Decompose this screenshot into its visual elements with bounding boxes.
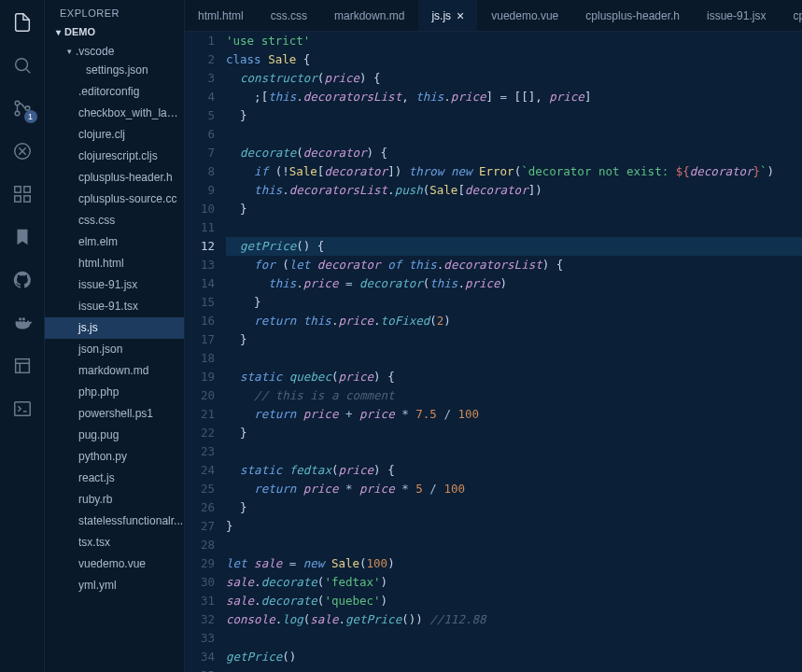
file-item[interactable]: react.js bbox=[45, 468, 184, 489]
file-item[interactable]: clojurescript.cljs bbox=[45, 146, 184, 167]
line-number[interactable]: 28 bbox=[185, 536, 215, 554]
editor-tab[interactable]: css.css bbox=[258, 0, 321, 31]
line-number[interactable]: 14 bbox=[185, 274, 215, 293]
line-number[interactable]: 7 bbox=[185, 144, 215, 162]
line-number[interactable]: 33 bbox=[185, 629, 215, 648]
source-control-icon[interactable]: 1 bbox=[9, 95, 35, 121]
file-item[interactable]: css.css bbox=[45, 210, 184, 231]
line-number[interactable]: 18 bbox=[185, 349, 215, 368]
line-number[interactable]: 25 bbox=[185, 480, 215, 498]
code-line[interactable]: } bbox=[226, 106, 802, 125]
code-line[interactable]: let sale = new Sale(100) bbox=[226, 554, 802, 573]
line-number[interactable]: 30 bbox=[185, 573, 215, 592]
code-line[interactable]: // this is a comment bbox=[226, 386, 802, 405]
file-item[interactable]: tsx.tsx bbox=[45, 532, 184, 553]
file-item[interactable]: markdown.md bbox=[45, 360, 184, 382]
line-number[interactable]: 23 bbox=[185, 442, 215, 461]
editor-tab[interactable]: cplusplus-header.h bbox=[572, 0, 694, 31]
code-line[interactable]: this.decoratorsList.push(Sale[decorator]… bbox=[226, 181, 802, 200]
close-icon[interactable]: × bbox=[457, 9, 464, 22]
code-line[interactable]: } bbox=[226, 330, 802, 349]
code-line[interactable] bbox=[226, 442, 802, 461]
code-line[interactable]: sale.decorate('fedtax') bbox=[226, 573, 802, 592]
code-line[interactable]: } bbox=[226, 498, 802, 517]
code-line[interactable]: } bbox=[226, 293, 802, 312]
line-number[interactable]: 26 bbox=[185, 498, 215, 517]
file-item[interactable]: elm.elm bbox=[45, 231, 184, 253]
code-line[interactable] bbox=[226, 125, 802, 144]
code-line[interactable]: if (!Sale[decorator]) throw new Error(`d… bbox=[226, 162, 802, 181]
files-icon[interactable] bbox=[9, 9, 35, 35]
code-line[interactable]: for (let decorator of this.decoratorsLis… bbox=[226, 256, 802, 274]
code-line[interactable]: return price + price * 7.5 / 100 bbox=[226, 405, 802, 424]
line-number[interactable]: 21 bbox=[185, 405, 215, 424]
code-line[interactable]: return price * price * 5 / 100 bbox=[226, 480, 802, 498]
line-number[interactable]: 13 bbox=[185, 256, 215, 274]
search-icon[interactable] bbox=[9, 52, 35, 78]
code-line[interactable] bbox=[226, 349, 802, 368]
code-content[interactable]: 'use strict'class Sale { constructor(pri… bbox=[226, 32, 802, 672]
code-line[interactable]: static quebec(price) { bbox=[226, 368, 802, 386]
file-item[interactable]: html.html bbox=[45, 253, 184, 274]
line-number[interactable]: 10 bbox=[185, 200, 215, 218]
file-item[interactable]: issue-91.jsx bbox=[45, 274, 184, 296]
line-number[interactable]: 11 bbox=[185, 218, 215, 237]
code-editor[interactable]: 1234567891011121314151617181920212223242… bbox=[185, 32, 802, 672]
line-number[interactable]: 16 bbox=[185, 312, 215, 330]
editor-tab[interactable]: issue-91.jsx bbox=[694, 0, 780, 31]
code-line[interactable]: sale.decorate('quebec') bbox=[226, 592, 802, 610]
file-item[interactable]: js.js bbox=[45, 317, 184, 339]
debug-icon[interactable] bbox=[9, 138, 35, 164]
line-number[interactable]: 35 bbox=[185, 666, 215, 672]
code-line[interactable]: getPrice() { bbox=[226, 237, 802, 256]
line-number[interactable]: 9 bbox=[185, 181, 215, 200]
line-number[interactable]: 8 bbox=[185, 162, 215, 181]
github-icon[interactable] bbox=[9, 267, 35, 293]
line-number[interactable]: 6 bbox=[185, 125, 215, 144]
line-number[interactable]: 31 bbox=[185, 592, 215, 610]
root-folder[interactable]: DEMO bbox=[45, 22, 184, 43]
line-number[interactable]: 2 bbox=[185, 50, 215, 69]
code-line[interactable]: decorate(decorator) { bbox=[226, 144, 802, 162]
line-number[interactable]: 29 bbox=[185, 554, 215, 573]
line-number[interactable]: 19 bbox=[185, 368, 215, 386]
file-item[interactable]: php.php bbox=[45, 382, 184, 403]
file-item[interactable]: powershell.ps1 bbox=[45, 403, 184, 425]
file-item[interactable]: pug.pug bbox=[45, 425, 184, 446]
line-number[interactable]: 22 bbox=[185, 424, 215, 442]
line-number[interactable]: 34 bbox=[185, 648, 215, 666]
file-item[interactable]: cplusplus-header.h bbox=[45, 167, 184, 189]
editor-tab[interactable]: vuedemo.vue bbox=[478, 0, 572, 31]
code-line[interactable]: constructor(price) { bbox=[226, 69, 802, 88]
code-line[interactable]: class Sale { bbox=[226, 50, 802, 69]
file-item[interactable]: cplusplus-source.cc bbox=[45, 189, 184, 210]
line-number[interactable]: 15 bbox=[185, 293, 215, 312]
line-number[interactable]: 27 bbox=[185, 517, 215, 536]
line-number[interactable]: 5 bbox=[185, 106, 215, 125]
line-number[interactable]: 1 bbox=[185, 32, 215, 50]
code-line[interactable]: } bbox=[226, 200, 802, 218]
code-line[interactable]: console.log(sale.getPrice()) //112.88 bbox=[226, 610, 802, 629]
line-number[interactable]: 20 bbox=[185, 386, 215, 405]
file-item[interactable]: clojure.clj bbox=[45, 124, 184, 146]
code-line[interactable]: ;[this.decoratorsList, this.price] = [[]… bbox=[226, 88, 802, 106]
code-line[interactable]: static fedtax(price) { bbox=[226, 461, 802, 480]
code-line[interactable]: return this.price.toFixed(2) bbox=[226, 312, 802, 330]
code-line[interactable]: getPrice() bbox=[226, 648, 802, 666]
line-number[interactable]: 17 bbox=[185, 330, 215, 349]
line-number[interactable]: 32 bbox=[185, 610, 215, 629]
file-item[interactable]: python.py bbox=[45, 446, 184, 468]
extensions-icon[interactable] bbox=[9, 181, 35, 207]
code-line[interactable]: 'use strict' bbox=[226, 32, 802, 50]
file-item[interactable]: issue-91.tsx bbox=[45, 296, 184, 317]
bookmark-icon[interactable] bbox=[9, 224, 35, 250]
code-line[interactable]: this.price = decorator(this.price) bbox=[226, 274, 802, 293]
file-item[interactable]: settings.json bbox=[45, 60, 184, 81]
file-item[interactable]: vuedemo.vue bbox=[45, 553, 184, 575]
code-line[interactable] bbox=[226, 218, 802, 237]
file-item[interactable]: json.json bbox=[45, 339, 184, 360]
editor-tab[interactable]: cp bbox=[780, 0, 802, 31]
line-number[interactable]: 24 bbox=[185, 461, 215, 480]
project-icon[interactable] bbox=[9, 353, 35, 379]
editor-tab[interactable]: js.js× bbox=[418, 0, 478, 31]
